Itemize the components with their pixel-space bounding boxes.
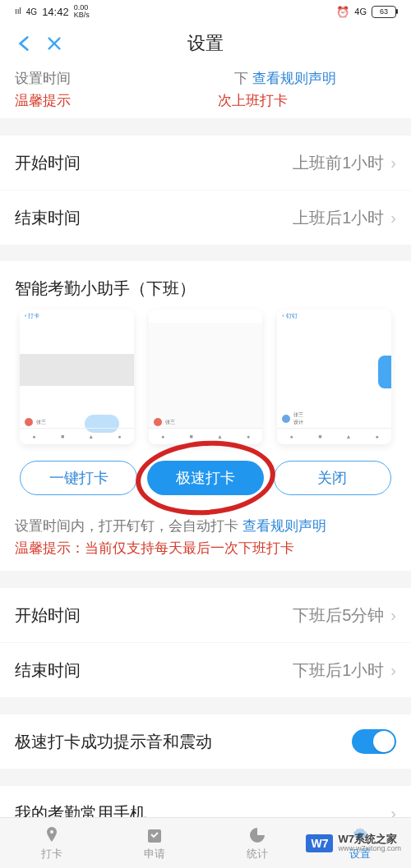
- mode-choices: 一键打卡 极速打卡 关闭: [0, 454, 411, 510]
- sound-vibrate-row[interactable]: 极速打卡成功提示音和震动: [0, 714, 411, 769]
- preview-quick-clock: 张三 ●■▲●: [149, 310, 263, 444]
- chevron-right-icon: ›: [390, 154, 396, 172]
- tab-apply[interactable]: 申请: [103, 818, 206, 868]
- rules-link-top[interactable]: 查看规则声明: [252, 71, 336, 86]
- lower-start-time-row[interactable]: 开始时间 下班后5分钟›: [0, 588, 411, 642]
- quick-clock-button[interactable]: 极速打卡: [147, 461, 263, 495]
- calendar-check-icon: [145, 825, 164, 845]
- chevron-right-icon: ›: [390, 661, 396, 680]
- page-title: 设置: [0, 31, 411, 56]
- net-speed-unit: KB/s: [74, 11, 90, 19]
- one-click-button[interactable]: 一键打卡: [20, 461, 137, 495]
- upper-hint-section: 设置时间 下 查看规则声明 温馨提示 次上班打卡: [0, 64, 411, 118]
- nav-bar: 设置: [0, 23, 411, 64]
- chart-pie-icon: [247, 825, 267, 845]
- off-button[interactable]: 关闭: [274, 461, 391, 495]
- status-bar: ııl 4G 14:42 0.00 KB/s ⏰ 4G 63: [0, 0, 411, 23]
- preview-row: ‹ 打卡 张三 ●■▲● 张三 ●■▲● ‹ 钉钉 张三设计 ●■▲●: [0, 310, 411, 454]
- chevron-right-icon: ›: [390, 209, 396, 227]
- start-label: 开始时间: [15, 152, 81, 174]
- rules-link[interactable]: 查看规则声明: [242, 518, 326, 534]
- assistant-section-title: 智能考勤小助手（下班）: [0, 261, 411, 310]
- signal-type: 4G: [26, 7, 37, 16]
- tab-stats[interactable]: 统计: [206, 818, 308, 868]
- watermark-badge: W7: [306, 834, 333, 852]
- battery-icon: 63: [372, 6, 396, 18]
- time: 14:42: [42, 6, 69, 18]
- battery-level: 63: [380, 7, 388, 16]
- upper-start-time-row[interactable]: 开始时间 上班前1小时›: [0, 135, 411, 190]
- sound-toggle[interactable]: [352, 729, 396, 754]
- end-label: 结束时间: [15, 207, 81, 229]
- alarm-icon: ⏰: [336, 6, 349, 18]
- lower-end-time-row[interactable]: 结束时间 下班后1小时›: [0, 643, 411, 697]
- map-pin-icon: [42, 825, 62, 845]
- tab-clock[interactable]: 打卡: [0, 818, 103, 868]
- preview-off: ‹ 钉钉 张三设计 ●■▲●: [277, 310, 391, 444]
- assistant-hint: 设置时间内，打开钉钉，会自动打卡 查看规则声明 温馨提示：当前仅支持每天最后一次…: [0, 510, 411, 571]
- upper-end-time-row[interactable]: 结束时间 上班后1小时›: [0, 191, 411, 245]
- watermark: W7 W7系统之家 www.w7xitong.com: [306, 834, 401, 853]
- assistant-warning: 温馨提示：当前仅支持每天最后一次下班打卡: [15, 539, 396, 558]
- preview-one-click: ‹ 打卡 张三 ●■▲●: [20, 310, 134, 444]
- signal-4g-right: 4G: [354, 7, 367, 16]
- chevron-right-icon: ›: [390, 606, 396, 625]
- signal-icon: ııl: [15, 7, 21, 16]
